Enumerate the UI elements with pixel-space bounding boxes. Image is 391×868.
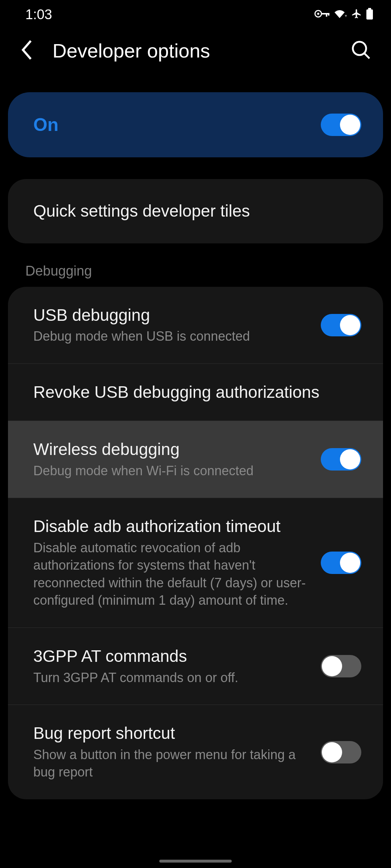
search-icon[interactable] xyxy=(351,40,371,61)
master-toggle-label: On xyxy=(33,114,58,135)
gesture-bar[interactable] xyxy=(159,860,232,863)
quick-settings-tiles-item[interactable]: Quick settings developer tiles xyxy=(8,179,383,243)
app-header: Developer options xyxy=(0,29,391,72)
usb-debugging-item[interactable]: USB debugging Debug mode when USB is con… xyxy=(8,287,383,363)
status-icons: + xyxy=(314,8,373,21)
item-title: Revoke USB debugging authorizations xyxy=(33,382,347,403)
wireless-debugging-item[interactable]: Wireless debugging Debug mode when Wi-Fi… xyxy=(8,421,383,498)
item-title: 3GPP AT commands xyxy=(33,646,306,667)
svg-rect-4 xyxy=(328,13,329,16)
svg-rect-6 xyxy=(368,8,371,9)
svg-line-9 xyxy=(365,53,370,58)
vpn-key-icon xyxy=(314,9,329,20)
svg-point-1 xyxy=(317,13,319,15)
bug-report-shortcut-toggle[interactable] xyxy=(321,741,361,763)
item-subtitle: Disable automatic revocation of adb auth… xyxy=(33,539,306,609)
gpp-at-commands-item[interactable]: 3GPP AT commands Turn 3GPP AT commands o… xyxy=(8,627,383,705)
section-header-debugging: Debugging xyxy=(25,263,391,279)
battery-icon xyxy=(366,8,373,21)
item-subtitle: Debug mode when Wi-Fi is connected xyxy=(33,462,306,480)
wireless-debugging-toggle[interactable] xyxy=(321,448,361,471)
back-icon[interactable] xyxy=(20,39,34,62)
disable-adb-timeout-toggle[interactable] xyxy=(321,552,361,574)
status-bar: 1:03 + xyxy=(0,0,391,29)
item-subtitle: Debug mode when USB is connected xyxy=(33,328,306,345)
svg-rect-2 xyxy=(321,13,329,14)
svg-rect-3 xyxy=(326,13,327,17)
svg-point-8 xyxy=(353,42,366,55)
wifi-icon: + xyxy=(334,9,347,20)
disable-adb-timeout-item[interactable]: Disable adb authorization timeout Disabl… xyxy=(8,498,383,627)
item-subtitle: Show a button in the power menu for taki… xyxy=(33,746,306,781)
quick-tiles-card: Quick settings developer tiles xyxy=(8,179,383,243)
master-toggle-card[interactable]: On xyxy=(8,92,383,157)
revoke-usb-item[interactable]: Revoke USB debugging authorizations xyxy=(8,363,383,421)
item-title: USB debugging xyxy=(33,305,306,326)
svg-text:+: + xyxy=(345,13,347,18)
page-title: Developer options xyxy=(52,39,333,62)
airplane-icon xyxy=(351,8,362,21)
status-time: 1:03 xyxy=(25,7,52,22)
item-title: Disable adb authorization timeout xyxy=(33,516,306,537)
svg-rect-7 xyxy=(366,9,373,20)
item-title: Quick settings developer tiles xyxy=(33,201,347,222)
item-title: Wireless debugging xyxy=(33,439,306,460)
item-title: Bug report shortcut xyxy=(33,723,306,744)
usb-debugging-toggle[interactable] xyxy=(321,314,361,336)
bug-report-shortcut-item[interactable]: Bug report shortcut Show a button in the… xyxy=(8,705,383,799)
master-toggle-switch[interactable] xyxy=(321,114,361,136)
gpp-at-commands-toggle[interactable] xyxy=(321,655,361,677)
item-subtitle: Turn 3GPP AT commands on or off. xyxy=(33,669,306,687)
debugging-card: USB debugging Debug mode when USB is con… xyxy=(8,287,383,799)
